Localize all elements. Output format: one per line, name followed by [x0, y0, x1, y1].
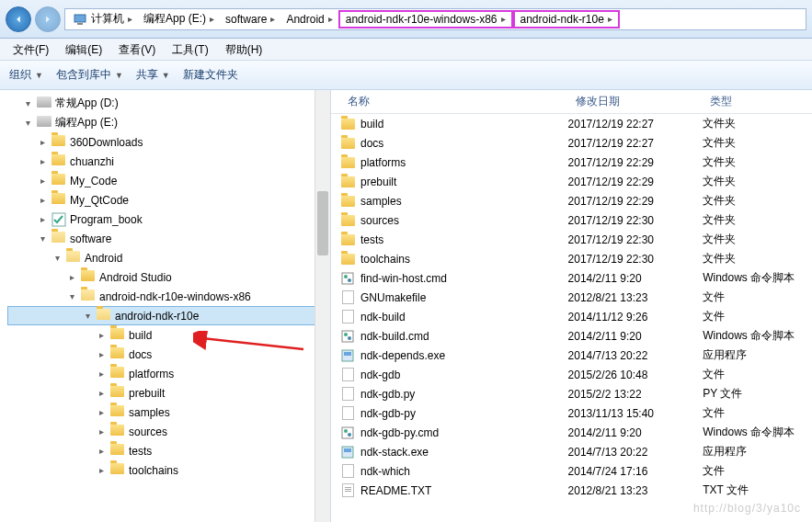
collapse-icon[interactable]: ▾ — [22, 118, 33, 128]
tree-node[interactable]: ▸tests — [7, 441, 330, 460]
tree-node[interactable]: ▸360Downloads — [7, 132, 330, 152]
file-name: ndk-which — [360, 465, 410, 478]
collapse-icon[interactable]: ▾ — [37, 233, 48, 244]
file-row[interactable]: build2017/12/19 22:27文件夹 — [331, 114, 812, 133]
expand-icon[interactable]: ▸ — [96, 465, 107, 475]
file-row[interactable]: ndk-gdb2015/2/26 10:48文件 — [331, 365, 812, 384]
tree-node[interactable]: ▾android-ndk-r10e — [7, 306, 330, 325]
file-row[interactable]: ndk-build.cmd2014/2/11 9:20Windows 命令脚本 — [331, 326, 812, 346]
expand-icon[interactable]: ▸ — [37, 214, 48, 224]
header-type[interactable]: 类型 — [703, 90, 812, 113]
collapse-icon[interactable]: ▾ — [51, 253, 63, 263]
menu-item[interactable]: 帮助(H) — [218, 40, 270, 58]
tree-scrollbar[interactable] — [315, 90, 330, 522]
file-row[interactable]: ndk-gdb-py2013/11/13 15:40文件 — [331, 403, 812, 423]
toolbar-item[interactable]: 共享▼ — [136, 67, 170, 83]
tree-node[interactable]: ▸samples — [7, 403, 330, 422]
toolbar-item[interactable]: 包含到库中▼ — [56, 67, 123, 83]
expand-icon[interactable]: ▸ — [37, 156, 48, 166]
check-icon — [51, 212, 66, 227]
toolbar-item[interactable]: 新建文件夹 — [183, 67, 238, 83]
file-row[interactable]: ndk-build2014/11/12 9:26文件 — [331, 307, 812, 326]
expand-icon[interactable]: ▸ — [37, 137, 48, 147]
folder-icon — [340, 233, 355, 247]
expand-icon[interactable]: ▸ — [96, 426, 107, 437]
menu-item[interactable]: 查看(V) — [111, 40, 163, 58]
tree-label: build — [129, 329, 152, 342]
breadcrumb-segment[interactable]: 计算机▸ — [67, 10, 138, 28]
file-name: find-win-host.cmd — [360, 272, 447, 285]
file-row[interactable]: README.TXT2012/8/21 13:23TXT 文件 — [331, 481, 812, 500]
file-row[interactable]: samples2017/12/19 22:29文件夹 — [331, 191, 812, 210]
expand-icon[interactable]: ▸ — [37, 195, 48, 205]
svg-rect-0 — [74, 15, 86, 22]
tree-node[interactable]: ▸platforms — [7, 364, 330, 383]
breadcrumb-segment[interactable]: 编程App (E:)▸ — [138, 10, 220, 28]
tree-node[interactable]: ▸chuanzhi — [7, 152, 330, 171]
header-date[interactable]: 修改日期 — [568, 90, 703, 113]
back-button[interactable] — [6, 6, 31, 32]
expand-icon[interactable]: ▸ — [96, 369, 107, 379]
file-row[interactable]: platforms2017/12/19 22:29文件夹 — [331, 153, 812, 172]
tree-node[interactable]: ▸build — [7, 325, 330, 345]
tree-node[interactable]: ▸Android Studio — [7, 267, 330, 287]
file-row[interactable]: ndk-which2014/7/24 17:16文件 — [331, 461, 812, 481]
file-row[interactable]: ndk-gdb-py.cmd2014/2/11 9:20Windows 命令脚本 — [331, 423, 812, 442]
chevron-down-icon: ▼ — [35, 71, 43, 80]
breadcrumb-segment[interactable]: Android▸ — [280, 10, 337, 28]
tree-node[interactable]: ▸My_Code — [7, 171, 330, 190]
tree-node[interactable]: ▾android-ndk-r10e-windows-x86 — [7, 287, 330, 306]
file-row[interactable]: find-win-host.cmd2014/2/11 9:20Windows 命… — [331, 268, 812, 288]
expand-icon[interactable]: ▸ — [96, 407, 107, 417]
tree-label: Program_book — [70, 213, 143, 226]
expand-icon[interactable]: ▸ — [96, 349, 107, 359]
file-type: 文件夹 — [703, 193, 812, 209]
cmd-script-icon — [340, 426, 355, 440]
tree-node[interactable]: ▸prebuilt — [7, 383, 330, 403]
file-row[interactable]: ndk-gdb.py2015/2/2 13:22PY 文件 — [331, 384, 812, 403]
scroll-thumb[interactable] — [317, 191, 328, 255]
file-row[interactable]: toolchains2017/12/19 22:30文件夹 — [331, 249, 812, 268]
file-date: 2014/7/13 20:22 — [568, 349, 703, 362]
breadcrumb-segment[interactable]: android-ndk-r10e-windows-x86▸ — [338, 10, 513, 28]
file-name: ndk-stack.exe — [360, 446, 429, 459]
tree-node[interactable]: ▸toolchains — [7, 460, 330, 480]
file-row[interactable]: prebuilt2017/12/19 22:29文件夹 — [331, 172, 812, 191]
tree-node[interactable]: ▾常规App (D:) — [7, 94, 330, 113]
file-row[interactable]: ndk-stack.exe2014/7/13 20:22应用程序 — [331, 442, 812, 461]
tree-node[interactable]: ▸docs — [7, 345, 330, 364]
expand-icon[interactable]: ▸ — [96, 388, 107, 398]
menu-item[interactable]: 编辑(E) — [58, 40, 109, 58]
expand-icon[interactable]: ▸ — [96, 446, 107, 456]
expand-icon[interactable]: ▸ — [96, 330, 107, 340]
breadcrumb[interactable]: 计算机▸编程App (E:)▸software▸Android▸android-… — [64, 8, 806, 30]
collapse-icon[interactable]: ▾ — [66, 291, 77, 301]
toolbar-item[interactable]: 组织▼ — [9, 67, 43, 83]
tree-node[interactable]: ▾编程App (E:) — [7, 113, 330, 132]
tree-node[interactable]: ▸sources — [7, 422, 330, 441]
folder-tree[interactable]: ▾常规App (D:)▾编程App (E:)▸360Downloads▸chua… — [0, 90, 331, 522]
expand-icon[interactable]: ▸ — [37, 176, 48, 186]
breadcrumb-segment[interactable]: android-ndk-r10e▸ — [513, 10, 620, 28]
file-icon — [340, 483, 355, 498]
menu-item[interactable]: 文件(F) — [6, 40, 56, 58]
expand-icon[interactable]: ▸ — [66, 272, 77, 282]
header-name[interactable]: 名称 — [340, 90, 568, 113]
breadcrumb-segment[interactable]: software▸ — [220, 10, 280, 28]
tree-node[interactable]: ▾software — [7, 229, 330, 248]
file-name-cell: ndk-gdb — [340, 368, 568, 382]
tree-node[interactable]: ▸My_QtCode — [7, 190, 330, 210]
file-row[interactable]: tests2017/12/19 22:30文件夹 — [331, 230, 812, 249]
file-row[interactable]: ndk-depends.exe2014/7/13 20:22应用程序 — [331, 346, 812, 365]
menu-item[interactable]: 工具(T) — [165, 40, 215, 58]
collapse-icon[interactable]: ▾ — [82, 311, 93, 321]
collapse-icon[interactable]: ▾ — [22, 98, 33, 108]
file-row[interactable]: docs2017/12/19 22:27文件夹 — [331, 133, 812, 153]
list-header[interactable]: 名称 修改日期 类型 — [331, 90, 812, 114]
file-row[interactable]: GNUmakefile2012/8/21 13:23文件 — [331, 288, 812, 307]
tree-node[interactable]: ▸Program_book — [7, 210, 330, 229]
tree-node[interactable]: ▾Android — [7, 248, 330, 267]
folder-icon — [340, 213, 355, 228]
forward-button[interactable] — [35, 6, 61, 32]
file-row[interactable]: sources2017/12/19 22:30文件夹 — [331, 210, 812, 230]
